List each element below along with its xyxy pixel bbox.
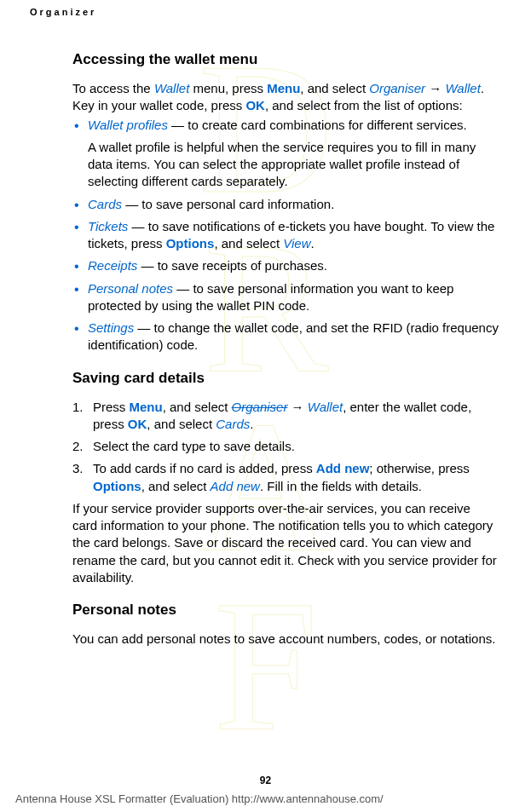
page-content: Accessing the wallet menu To access the … [72,51,499,651]
page-header: Organizer [30,7,96,17]
step-item: To add cards if no card is added, press … [72,460,499,495]
ota-paragraph: If your service provider supports over-t… [72,500,499,586]
page-number: 92 [0,775,531,786]
term-add-new: Add new [211,479,260,493]
action-ok: OK [245,98,265,112]
list-item: Cards — to save personal card informatio… [72,196,499,213]
intro-paragraph: To access the Wallet menu, press Menu, a… [72,80,499,115]
term-cards-2: Cards [216,417,250,431]
footer-evaluation: Antenna House XSL Formatter (Evaluation)… [15,792,384,805]
term-receipts: Receipts [88,258,137,273]
term-wallet-2: Wallet [445,81,480,95]
step-item: Press Menu, and select Organiser → Walle… [72,399,499,434]
term-personal-notes: Personal notes [88,281,173,296]
list-item: Settings — to change the wallet code, an… [72,320,499,354]
action-options-2: Options [93,479,141,493]
term-organiser: Organiser [369,81,425,95]
term-view: View [283,236,310,251]
list-item: Receipts — to save receipts of purchases… [72,257,499,274]
action-ok-2: OK [128,417,147,431]
action-add-new: Add new [316,461,370,475]
term-wallet: Wallet [154,81,189,95]
personal-notes-paragraph: You can add personal notes to save accou… [72,631,499,648]
list-item: Wallet profiles — to create card combina… [72,117,499,191]
list-item: Personal notes — to save personal inform… [72,280,499,315]
steps-list: Press Menu, and select Organiser → Walle… [72,399,499,495]
step-item: Select the card type to save details. [72,438,499,455]
list-item: Tickets — to save notifications of e-tic… [72,218,499,253]
action-menu-2: Menu [130,400,163,414]
term-organiser-strike: Organiser [232,400,288,414]
heading-personal-notes: Personal notes [72,602,499,619]
list-item-sub: A wallet profile is helpful when the ser… [88,139,499,191]
heading-accessing-wallet: Accessing the wallet menu [72,51,499,68]
heading-saving-card: Saving card details [72,370,499,387]
options-list: Wallet profiles — to create card combina… [72,117,499,354]
term-tickets: Tickets [88,219,128,233]
term-wallet-3: Wallet [308,400,343,414]
action-options: Options [166,236,215,251]
term-wallet-profiles: Wallet profiles [88,118,168,132]
term-cards: Cards [88,197,122,211]
action-menu: Menu [267,81,300,95]
term-settings: Settings [88,320,134,335]
